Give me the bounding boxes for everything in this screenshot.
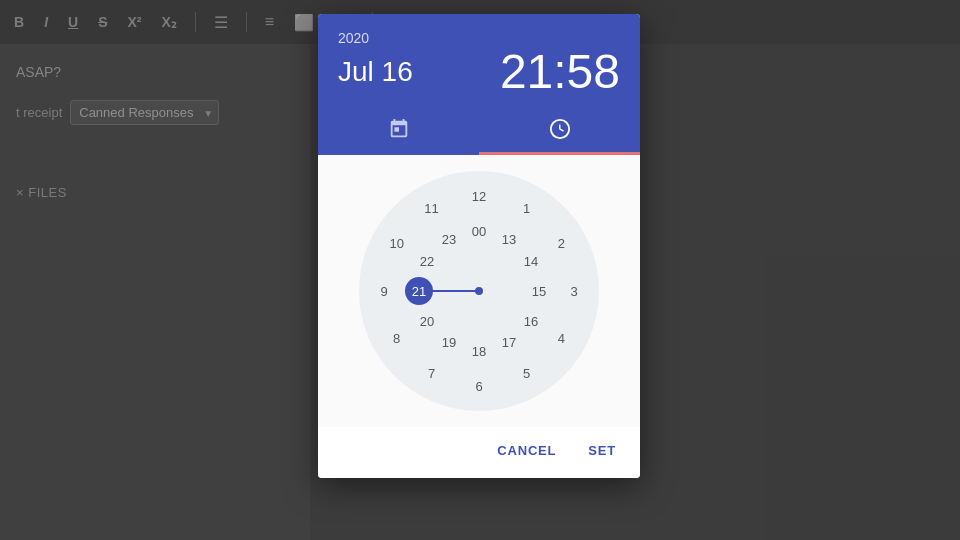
clock-number-6[interactable]: 6 xyxy=(465,372,493,400)
clock-number-5[interactable]: 5 xyxy=(513,359,541,387)
clock-number-inner-15[interactable]: 15 xyxy=(525,277,553,305)
clock-number-inner-0[interactable]: 00 xyxy=(465,217,493,245)
clock-number-7[interactable]: 7 xyxy=(418,359,446,387)
clock-center-dot xyxy=(475,287,483,295)
clock-number-inner-13[interactable]: 13 xyxy=(495,225,523,253)
dialog-date-time-row: Jul 16 21:58 xyxy=(338,48,620,108)
clock-number-inner-23[interactable]: 23 xyxy=(435,225,463,253)
dialog-header: 2020 Jul 16 21:58 xyxy=(318,14,640,108)
clock-tab-icon xyxy=(549,118,571,145)
clock-number-inner-14[interactable]: 14 xyxy=(517,247,545,275)
clock-number-3[interactable]: 3 xyxy=(560,277,588,305)
clock-number-10[interactable]: 10 xyxy=(383,230,411,258)
dialog-footer: CANCEL SET xyxy=(318,427,640,478)
clock-number-2[interactable]: 2 xyxy=(547,230,575,258)
dialog-time: 21:58 xyxy=(500,48,620,96)
clock-number-4[interactable]: 4 xyxy=(547,325,575,353)
clock-number-9[interactable]: 9 xyxy=(370,277,398,305)
clock-number-inner-18[interactable]: 18 xyxy=(465,337,493,365)
clock-number-11[interactable]: 11 xyxy=(418,195,446,223)
dialog-date: Jul 16 xyxy=(338,56,413,88)
cancel-button[interactable]: CANCEL xyxy=(489,435,564,466)
clock-number-12[interactable]: 12 xyxy=(465,182,493,210)
datetime-picker-dialog: 2020 Jul 16 21:58 xyxy=(318,14,640,478)
clock-number-inner-16[interactable]: 16 xyxy=(517,307,545,335)
clock-tab[interactable] xyxy=(479,108,640,155)
clock-number-inner-17[interactable]: 17 xyxy=(495,329,523,357)
clock-container: 121234567891011001314151617181920212223 xyxy=(359,171,599,411)
dialog-year: 2020 xyxy=(338,30,620,46)
clock-number-1[interactable]: 1 xyxy=(513,195,541,223)
calendar-tab[interactable] xyxy=(318,108,479,155)
clock-number-inner-20[interactable]: 20 xyxy=(413,307,441,335)
clock-number-inner-21[interactable]: 21 xyxy=(405,277,433,305)
clock-number-8[interactable]: 8 xyxy=(383,325,411,353)
clock-number-inner-19[interactable]: 19 xyxy=(435,329,463,357)
dialog-clock-body: 121234567891011001314151617181920212223 xyxy=(318,155,640,427)
calendar-tab-icon xyxy=(388,118,410,145)
set-button[interactable]: SET xyxy=(580,435,624,466)
dialog-tabs xyxy=(318,108,640,155)
clock-number-inner-22[interactable]: 22 xyxy=(413,247,441,275)
clock-face: 121234567891011001314151617181920212223 xyxy=(359,171,599,411)
